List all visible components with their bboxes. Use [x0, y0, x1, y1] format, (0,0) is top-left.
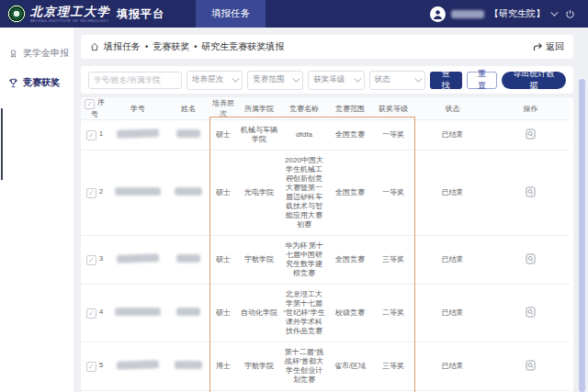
sidebar-item-competition-awards[interactable]: 竞赛获奖	[0, 68, 74, 97]
cell-college: 自动化学院	[237, 285, 281, 342]
cell-competition: dfdfa	[281, 120, 327, 151]
redacted-name	[176, 254, 200, 263]
cell-level: 博士	[209, 342, 237, 391]
cell-award: 二等奖	[373, 285, 413, 342]
cell-college: 宇航学院	[237, 236, 281, 285]
chevron-down-icon	[354, 74, 361, 82]
file-search-icon[interactable]	[526, 307, 536, 320]
cell-student-id	[108, 236, 167, 285]
cell-operation	[492, 120, 570, 151]
cell-index: ✓3	[81, 236, 108, 285]
redacted-name	[176, 129, 200, 138]
column-college: 所属学院	[237, 97, 281, 120]
row-checkbox[interactable]: ✓	[86, 130, 96, 140]
cell-status: 已结束	[413, 342, 492, 391]
cell-competition: 第十二届“挑战杯”首都大学生创业计划竞赛	[281, 342, 327, 391]
file-search-icon[interactable]	[526, 253, 536, 267]
navbar-user-area: 【研究生院】	[430, 0, 588, 28]
check-icon: ✓	[88, 189, 95, 197]
search-button[interactable]: 查找	[430, 72, 462, 89]
table-row: ✓5 博士 宇航学院 第十二届“挑战杯”首都大学生创业计划竞赛 省市/区域 三等…	[81, 342, 570, 391]
cell-status: 已结束	[413, 151, 492, 236]
column-student-id: 学号	[108, 97, 167, 120]
cell-scope: 校级竞赛	[327, 285, 373, 342]
university-name-block: 北京理工大学 BEIJING INSTITUTE OF TECHNOLOGY	[30, 6, 110, 23]
main-content: 填报任务 • 竞赛获奖 • 研究生竞赛获奖填报 返回 培养层次 竞赛范围	[74, 28, 588, 392]
awards-table-card: ✓序号 学号 姓名 培养层次 所属学院 竞赛名称 竞赛范围 获奖等级 状态 操作	[81, 97, 573, 392]
bit-emblem-icon	[7, 5, 26, 23]
cell-name	[167, 342, 209, 391]
cell-name	[167, 151, 209, 236]
column-scope: 竞赛范围	[327, 97, 373, 120]
table-row: ✓2 硕士 光电学院 2020中国大学生机械工程创新创意大赛暨第一届迈矽科车载技…	[81, 151, 570, 236]
breadcrumb-separator: •	[194, 42, 197, 51]
power-icon[interactable]	[565, 9, 575, 19]
top-navbar: 北京理工大学 BEIJING INSTITUTE OF TECHNOLOGY 填…	[0, 0, 588, 28]
app-logo: 北京理工大学 BEIJING INSTITUTE OF TECHNOLOGY 填…	[0, 0, 172, 28]
redacted-name	[176, 308, 200, 316]
cell-operation	[492, 285, 570, 342]
table-row: ✓3 硕士 宇航学院 华为杯 第十七届中国研究生数学建模竞赛 全国竞赛 三等奖 …	[81, 236, 570, 285]
select-scope-label: 竞赛范围	[253, 74, 284, 85]
cell-index: ✓4	[81, 285, 108, 342]
platform-title: 填报平台	[117, 6, 164, 22]
sidebar-item-scholarship[interactable]: 奖学金申报	[0, 39, 74, 68]
row-checkbox[interactable]: ✓	[86, 255, 96, 265]
cell-scope: 全国竞赛	[327, 151, 373, 236]
select-award-grade[interactable]: 获奖等级	[308, 71, 364, 90]
chevron-down-icon	[293, 74, 300, 82]
home-icon[interactable]	[90, 42, 99, 51]
university-name-en: BEIJING INSTITUTE OF TECHNOLOGY	[30, 19, 110, 23]
select-level[interactable]: 培养层次	[187, 71, 243, 90]
back-arrow-icon	[533, 42, 543, 51]
cell-name	[167, 285, 209, 342]
breadcrumb-item-current: 研究生竞赛获奖填报	[201, 40, 284, 53]
file-search-icon[interactable]	[526, 360, 536, 374]
row-checkbox[interactable]: ✓	[86, 188, 96, 198]
select-all-checkbox[interactable]: ✓	[85, 99, 95, 109]
redacted-name	[175, 187, 202, 196]
check-icon: ✓	[88, 363, 95, 371]
row-checkbox[interactable]: ✓	[86, 308, 96, 319]
cell-name	[167, 236, 209, 285]
awards-table: ✓序号 学号 姓名 培养层次 所属学院 竞赛名称 竞赛范围 获奖等级 状态 操作	[81, 97, 570, 392]
column-competition: 竞赛名称	[281, 97, 327, 120]
cell-level: 硕士	[209, 285, 237, 342]
check-icon: ✓	[86, 100, 93, 108]
reset-button[interactable]: 重置	[467, 72, 497, 89]
cell-student-id	[108, 285, 167, 342]
cell-award: 三等奖	[373, 236, 413, 285]
row-checkbox[interactable]: ✓	[86, 362, 96, 372]
export-stats-button[interactable]: 导出统计数据	[502, 72, 566, 89]
chevron-down-icon	[414, 74, 422, 82]
select-level-label: 培养层次	[192, 74, 223, 85]
user-avatar-icon[interactable]	[430, 6, 446, 22]
table-row: ✓1 硕士 机械与车辆学院 dfdfa 全国竞赛 一等奖 已结束	[81, 120, 570, 151]
select-status[interactable]: 状态	[369, 71, 425, 90]
breadcrumb-item-tasks[interactable]: 填报任务	[104, 40, 141, 53]
back-button[interactable]: 返回	[533, 40, 564, 53]
cell-scope: 省市/区域	[327, 342, 373, 391]
sidebar-item-label: 竞赛获奖	[23, 76, 60, 89]
vertical-scrollbar[interactable]	[579, 79, 585, 392]
select-award-grade-label: 获奖等级	[313, 74, 345, 85]
chevron-down-icon[interactable]	[550, 8, 558, 16]
column-operation: 操作	[492, 97, 570, 120]
cell-award: 一等奖	[373, 120, 413, 151]
check-icon: ✓	[88, 309, 95, 318]
column-award: 获奖等级	[373, 97, 413, 120]
column-index: ✓序号	[81, 97, 108, 120]
tab-fill-tasks[interactable]: 填报任务	[196, 0, 266, 28]
cell-operation	[492, 342, 570, 391]
breadcrumb-item-awards[interactable]: 竞赛获奖	[153, 40, 189, 53]
user-org-label: 【研究生院】	[490, 7, 545, 20]
select-scope[interactable]: 竞赛范围	[247, 71, 303, 90]
file-search-icon[interactable]	[526, 186, 536, 200]
redacted-student-id	[115, 187, 161, 196]
search-input[interactable]	[88, 72, 182, 89]
cell-award: 三等奖	[373, 342, 413, 391]
cell-scope: 全国竞赛	[327, 236, 373, 285]
sidebar-scroll-handle[interactable]	[1, 108, 3, 180]
file-search-icon[interactable]	[526, 129, 536, 142]
check-icon: ✓	[88, 131, 95, 140]
